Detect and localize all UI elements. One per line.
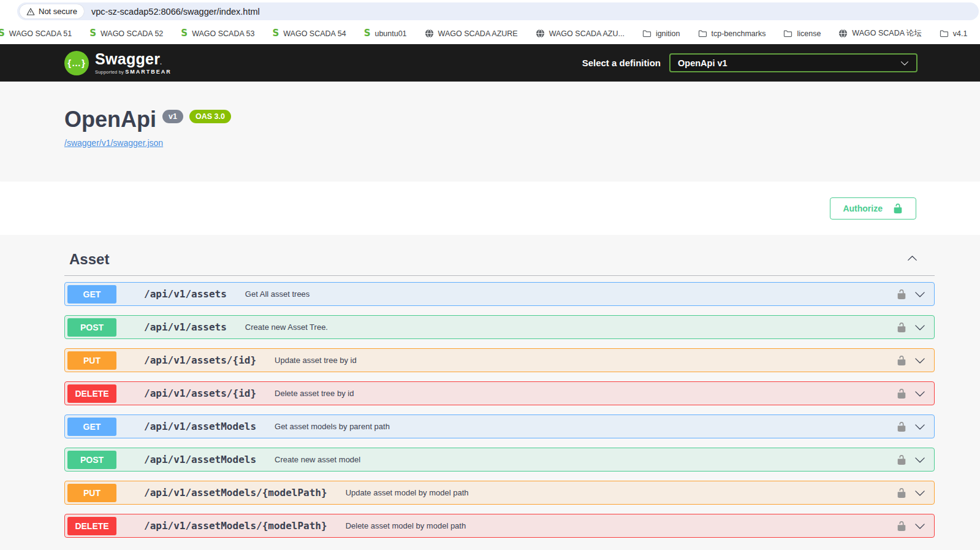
unlock-icon bbox=[896, 421, 907, 432]
chevron-down-icon bbox=[914, 421, 925, 432]
bookmark-label: WAGO SCADA AZU... bbox=[549, 29, 625, 38]
supported-by-text: Supported by bbox=[95, 69, 124, 75]
bookmark-item[interactable]: S WAGO SCADA 54 bbox=[272, 29, 346, 38]
unlock-icon bbox=[896, 487, 907, 498]
swagger-logo-icon: {…} bbox=[64, 51, 89, 75]
operation-auth-button[interactable] bbox=[896, 355, 907, 366]
url-bar[interactable]: Not secure vpc-sz-scadap52:8066/swagger/… bbox=[17, 2, 979, 20]
bookmark-item[interactable]: S ubuntu01 bbox=[364, 29, 407, 38]
operation-auth-button[interactable] bbox=[896, 388, 907, 399]
operation-expand-button[interactable] bbox=[914, 421, 925, 432]
operation-expand-button[interactable] bbox=[914, 454, 925, 465]
globe-icon bbox=[536, 29, 545, 38]
bookmark-item[interactable]: v4.1 bbox=[940, 29, 968, 38]
brand-name: Swagger bbox=[95, 50, 160, 67]
operation-auth-button[interactable] bbox=[896, 454, 907, 465]
folder-icon bbox=[783, 29, 792, 38]
bookmark-label: ubuntu01 bbox=[374, 29, 406, 38]
operation-description: Delete asset tree by id bbox=[275, 389, 354, 398]
operation-expand-button[interactable] bbox=[914, 487, 925, 498]
unlock-icon bbox=[896, 289, 907, 300]
bookmark-label: WAGO SCADA 52 bbox=[101, 29, 163, 38]
spec-json-link[interactable]: /swagger/v1/swagger.json bbox=[64, 138, 163, 148]
method-badge: DELETE bbox=[67, 384, 116, 403]
chevron-down-icon bbox=[900, 59, 909, 67]
operation-row[interactable]: PUT /api/v1/assetModels/{modelPath} Upda… bbox=[64, 481, 935, 505]
info-section: OpenApi v1 OAS 3.0 /swagger/v1/swagger.j… bbox=[0, 82, 980, 181]
globe-icon bbox=[425, 29, 434, 38]
url-text[interactable]: vpc-sz-scadap52:8066/swagger/index.html bbox=[91, 7, 260, 17]
authorize-button[interactable]: Authorize bbox=[830, 197, 916, 220]
bookmark-item[interactable]: S WAGO SCADA 51 bbox=[0, 29, 72, 38]
operation-row[interactable]: GET /api/v1/assets Get All asset trees bbox=[64, 282, 935, 306]
bookmark-label: WAGO SCADA 54 bbox=[283, 29, 346, 38]
bookmark-item[interactable]: S WAGO SCADA 52 bbox=[89, 29, 163, 38]
unlock-icon bbox=[896, 388, 907, 399]
brand-subtitle: Supported by SMARTBEAR bbox=[95, 69, 172, 75]
version-badge: v1 bbox=[162, 110, 183, 123]
swagger-brand[interactable]: {…} Swagger. Supported by SMARTBEAR bbox=[64, 51, 172, 75]
folder-icon bbox=[642, 29, 651, 38]
operation-auth-button[interactable] bbox=[896, 322, 907, 333]
unlock-icon bbox=[896, 355, 907, 366]
bookmark-label: license bbox=[797, 29, 821, 38]
operation-description: Get All asset trees bbox=[245, 289, 310, 299]
operations-list: GET /api/v1/assets Get All asset trees P… bbox=[64, 276, 935, 538]
operation-description: Update asset model by model path bbox=[346, 488, 469, 497]
definition-select[interactable]: OpenApi v1 bbox=[669, 53, 917, 72]
unlock-icon bbox=[896, 521, 907, 532]
operation-expand-button[interactable] bbox=[914, 388, 925, 399]
operation-path: /api/v1/assets bbox=[144, 288, 227, 300]
operation-row[interactable]: POST /api/v1/assets Create new Asset Tre… bbox=[64, 315, 935, 339]
chevron-up-icon bbox=[907, 253, 917, 264]
bookmark-item[interactable]: ignition bbox=[642, 29, 680, 38]
operation-row[interactable]: DELETE /api/v1/assets/{id} Delete asset … bbox=[64, 381, 935, 405]
swagger-favicon-icon: S bbox=[272, 29, 279, 38]
chevron-down-icon bbox=[914, 521, 925, 532]
security-chip-label: Not secure bbox=[39, 7, 77, 16]
authorize-label: Authorize bbox=[843, 204, 883, 213]
bookmark-item[interactable]: WAGO SCADA AZU... bbox=[536, 29, 625, 38]
bookmark-label: WAGO SCADA 51 bbox=[9, 29, 72, 38]
operation-row[interactable]: PUT /api/v1/assets/{id} Update asset tre… bbox=[64, 348, 935, 372]
operation-path: /api/v1/assetModels/{modelPath} bbox=[144, 487, 327, 498]
section-header-asset[interactable]: Asset bbox=[64, 235, 935, 276]
operation-expand-button[interactable] bbox=[914, 355, 925, 366]
bookmark-item[interactable]: S WAGO SCADA 53 bbox=[181, 29, 254, 38]
swagger-favicon-icon: S bbox=[0, 29, 5, 38]
operation-path: /api/v1/assetModels bbox=[144, 454, 256, 465]
bookmark-label: v4.1 bbox=[953, 29, 968, 38]
swagger-favicon-icon: S bbox=[89, 29, 96, 38]
operation-row[interactable]: GET /api/v1/assetModels Get asset models… bbox=[64, 414, 935, 438]
operation-path: /api/v1/assets/{id} bbox=[144, 388, 256, 399]
bookmark-label: ignition bbox=[656, 29, 680, 38]
method-badge: GET bbox=[67, 285, 116, 304]
page-title: OpenApi bbox=[64, 109, 156, 131]
bookmark-item[interactable]: tcp-benchmarks bbox=[698, 29, 766, 38]
method-badge: PUT bbox=[67, 484, 116, 502]
operation-path: /api/v1/assets/{id} bbox=[144, 354, 256, 366]
method-badge: PUT bbox=[67, 351, 116, 370]
operation-auth-button[interactable] bbox=[896, 421, 907, 432]
bookmark-item[interactable]: WAGO SCADA 论坛 bbox=[838, 28, 921, 39]
bookmark-item[interactable]: license bbox=[783, 29, 821, 38]
operation-description: Create new Asset Tree. bbox=[245, 323, 328, 332]
bookmark-label: WAGO SCADA AZURE bbox=[438, 29, 518, 38]
operation-expand-button[interactable] bbox=[914, 521, 925, 532]
operation-description: Create new asset model bbox=[275, 455, 360, 464]
operation-auth-button[interactable] bbox=[896, 521, 907, 532]
operation-auth-button[interactable] bbox=[896, 487, 907, 498]
operation-auth-button[interactable] bbox=[896, 289, 907, 300]
operation-row[interactable]: DELETE /api/v1/assetModels/{modelPath} D… bbox=[64, 514, 935, 538]
operation-expand-button[interactable] bbox=[914, 289, 925, 300]
unlock-icon bbox=[896, 322, 907, 333]
operation-expand-button[interactable] bbox=[914, 322, 925, 333]
oas-badge: OAS 3.0 bbox=[189, 110, 231, 123]
bookmark-item[interactable]: WAGO SCADA AZURE bbox=[425, 29, 518, 38]
security-chip[interactable]: Not secure bbox=[20, 4, 84, 18]
operation-row[interactable]: POST /api/v1/assetModels Create new asse… bbox=[64, 448, 935, 472]
swagger-favicon-icon: S bbox=[181, 29, 188, 38]
section-collapse-button[interactable] bbox=[907, 253, 917, 265]
method-badge: POST bbox=[67, 318, 116, 337]
chevron-down-icon bbox=[914, 388, 925, 399]
